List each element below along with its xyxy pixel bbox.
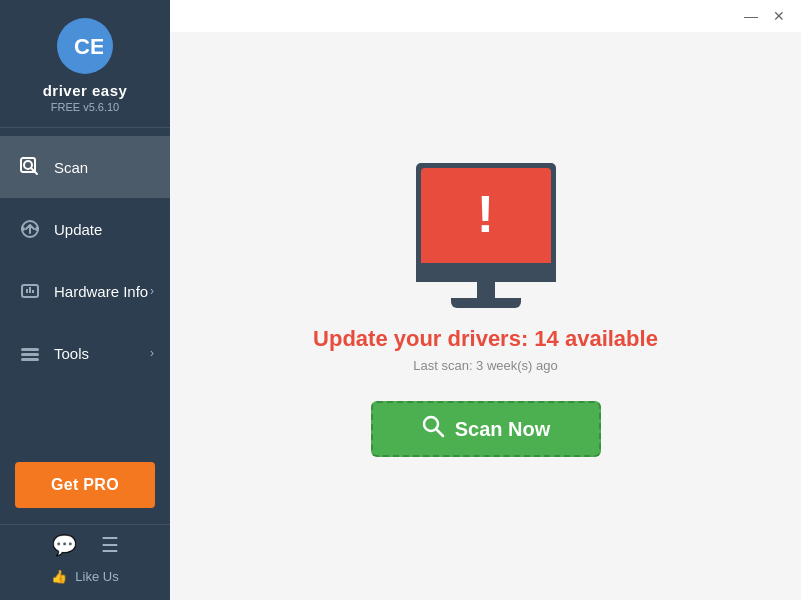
svg-text:CE: CE xyxy=(74,34,103,59)
svg-point-7 xyxy=(35,227,39,231)
last-scan-text: Last scan: 3 week(s) ago xyxy=(413,358,558,373)
svg-rect-10 xyxy=(29,287,31,293)
like-us-label: Like Us xyxy=(75,569,118,584)
svg-point-6 xyxy=(21,227,25,231)
svg-rect-14 xyxy=(21,358,39,361)
menu-icon[interactable]: ☰ xyxy=(101,533,119,557)
app-version: FREE v5.6.10 xyxy=(51,101,119,113)
thumbs-up-icon: 👍 xyxy=(51,569,67,584)
app-logo-icon: CE xyxy=(57,18,113,74)
svg-rect-9 xyxy=(26,289,28,293)
scan-now-label: Scan Now xyxy=(455,418,551,441)
chat-icon[interactable]: 💬 xyxy=(52,533,77,557)
scan-label: Scan xyxy=(54,159,154,176)
svg-rect-13 xyxy=(21,353,39,356)
hardware-info-arrow: › xyxy=(150,284,154,298)
sidebar-item-update[interactable]: Update xyxy=(0,198,170,260)
close-button[interactable]: ✕ xyxy=(765,4,793,28)
title-bar: — ✕ xyxy=(170,0,801,32)
svg-rect-11 xyxy=(32,290,34,293)
sidebar-bottom: 💬 ☰ 👍 Like Us xyxy=(0,524,170,600)
sidebar-item-scan[interactable]: Scan xyxy=(0,136,170,198)
tools-label: Tools xyxy=(54,345,150,362)
exclamation-icon: ! xyxy=(477,188,494,240)
logo-svg: CE xyxy=(67,28,103,64)
minimize-button[interactable]: — xyxy=(737,4,765,28)
sidebar-item-hardware-info[interactable]: Hardware Info › xyxy=(0,260,170,322)
get-pro-button[interactable]: Get PRO xyxy=(15,462,155,508)
tools-icon xyxy=(16,339,44,367)
monitor-neck xyxy=(477,282,495,298)
hardware-info-label: Hardware Info xyxy=(54,283,150,300)
scan-icon xyxy=(16,153,44,181)
scan-now-button[interactable]: Scan Now xyxy=(371,401,601,457)
sidebar-bottom-icons: 💬 ☰ xyxy=(52,533,119,557)
monitor-base xyxy=(451,298,521,308)
logo-area: CE driver easy FREE v5.6.10 xyxy=(0,0,170,128)
monitor-illustration: ! xyxy=(416,163,556,308)
svg-rect-12 xyxy=(21,348,39,351)
svg-line-16 xyxy=(436,430,443,437)
like-us-item[interactable]: 👍 Like Us xyxy=(51,569,118,584)
nav-menu: Scan Update xyxy=(0,136,170,462)
update-label: Update xyxy=(54,221,154,238)
main-content: ! Update your drivers: 14 available Last… xyxy=(170,0,801,600)
scan-now-icon xyxy=(421,414,445,444)
sidebar: CE driver easy FREE v5.6.10 Scan xyxy=(0,0,170,600)
sidebar-item-tools[interactable]: Tools › xyxy=(0,322,170,384)
monitor-screen: ! xyxy=(421,168,551,263)
hardware-info-icon xyxy=(16,277,44,305)
tools-arrow: › xyxy=(150,346,154,360)
update-icon xyxy=(16,215,44,243)
monitor-bezel-bottom xyxy=(416,268,556,282)
app-name: driver easy xyxy=(43,82,128,99)
monitor-frame: ! xyxy=(416,163,556,268)
update-title: Update your drivers: 14 available xyxy=(313,326,658,352)
